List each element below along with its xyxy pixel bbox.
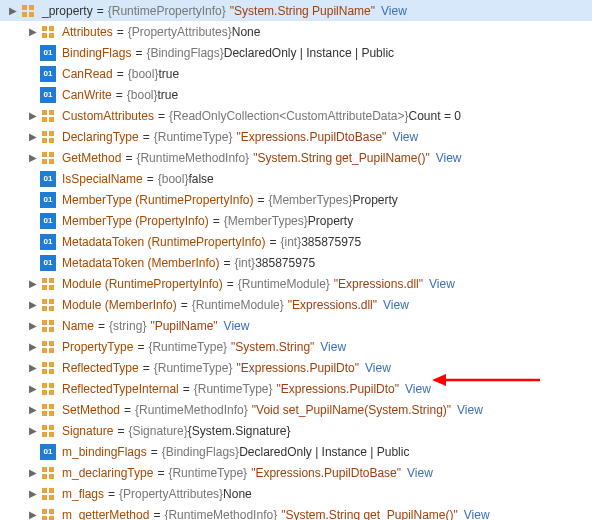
view-link[interactable]: View xyxy=(392,130,418,144)
property-row[interactable]: ▶01MetadataToken (MemberInfo)={int} 3858… xyxy=(0,252,592,273)
property-row[interactable]: ▶01BindingFlags={BindingFlags} DeclaredO… xyxy=(0,42,592,63)
svg-rect-5 xyxy=(49,26,54,31)
property-row[interactable]: ▶01MemberType (RuntimePropertyInfo)={Mem… xyxy=(0,189,592,210)
equals-sign: = xyxy=(269,235,276,249)
property-row[interactable]: ▶01CanWrite={bool} true xyxy=(0,84,592,105)
expand-toggle[interactable]: ▶ xyxy=(26,488,40,499)
svg-rect-11 xyxy=(49,117,54,122)
expand-toggle[interactable]: ▶ xyxy=(26,320,40,331)
property-name: Module (RuntimePropertyInfo) xyxy=(62,277,223,291)
property-name: MemberType (PropertyInfo) xyxy=(62,214,209,228)
svg-rect-59 xyxy=(49,495,54,500)
equals-sign: = xyxy=(124,403,131,417)
equals-sign: = xyxy=(98,319,105,333)
property-row[interactable]: ▶CustomAttributes={ReadOnlyCollection<Cu… xyxy=(0,105,592,126)
property-row[interactable]: ▶Module (MemberInfo)={RuntimeModule}"Exp… xyxy=(0,294,592,315)
root-property-row[interactable]: ▶ _property = {RuntimePropertyInfo} "Sys… xyxy=(0,0,592,21)
property-type: {RuntimeType} xyxy=(154,130,233,144)
property-row[interactable]: ▶Signature={Signature} {System.Signature… xyxy=(0,420,592,441)
svg-rect-9 xyxy=(49,110,54,115)
expand-toggle[interactable]: ▶ xyxy=(26,509,40,520)
property-type: {bool} xyxy=(128,67,159,81)
view-link[interactable]: View xyxy=(436,151,462,165)
group-icon xyxy=(40,24,56,40)
property-type: {MemberTypes} xyxy=(224,214,308,228)
property-value: DeclaredOnly | Instance | Public xyxy=(239,445,409,459)
group-icon xyxy=(40,150,56,166)
expand-toggle[interactable]: ▶ xyxy=(26,362,40,373)
expand-toggle[interactable]: ▶ xyxy=(26,278,40,289)
view-link[interactable]: View xyxy=(365,361,391,375)
svg-rect-14 xyxy=(42,138,47,143)
svg-rect-7 xyxy=(49,33,54,38)
equals-sign: = xyxy=(183,382,190,396)
svg-rect-3 xyxy=(29,12,34,17)
property-row[interactable]: ▶01MemberType (PropertyInfo)={MemberType… xyxy=(0,210,592,231)
property-type: {RuntimeType} xyxy=(148,340,227,354)
svg-rect-48 xyxy=(42,425,47,430)
view-link[interactable]: View xyxy=(320,340,346,354)
svg-rect-29 xyxy=(49,320,54,325)
property-row[interactable]: ▶GetMethod={RuntimeMethodInfo}"System.St… xyxy=(0,147,592,168)
property-row[interactable]: ▶m_flags={PropertyAttributes} None xyxy=(0,483,592,504)
property-value: "System.String get_PupilName()" xyxy=(281,508,458,521)
equals-sign: = xyxy=(158,109,165,123)
property-row[interactable]: ▶01CanRead={bool} true xyxy=(0,63,592,84)
expand-toggle[interactable]: ▶ xyxy=(26,26,40,37)
property-name: MetadataToken (RuntimePropertyInfo) xyxy=(62,235,265,249)
view-link[interactable]: View xyxy=(224,319,250,333)
svg-rect-57 xyxy=(49,488,54,493)
expand-toggle[interactable]: ▶ xyxy=(26,341,40,352)
property-row[interactable]: ▶01IsSpecialName={bool} false xyxy=(0,168,592,189)
expand-toggle[interactable]: ▶ xyxy=(26,383,40,394)
property-row[interactable]: ▶m_declaringType={RuntimeType}"Expressio… xyxy=(0,462,592,483)
svg-rect-23 xyxy=(49,285,54,290)
property-row[interactable]: ▶SetMethod={RuntimeMethodInfo}"Void set_… xyxy=(0,399,592,420)
svg-rect-8 xyxy=(42,110,47,115)
group-icon xyxy=(40,423,56,439)
root-name: _property xyxy=(42,4,93,18)
expand-toggle[interactable]: ▶ xyxy=(26,299,40,310)
property-row[interactable]: ▶01m_bindingFlags={BindingFlags} Declare… xyxy=(0,441,592,462)
property-row[interactable]: ▶Module (RuntimePropertyInfo)={RuntimeMo… xyxy=(0,273,592,294)
view-link[interactable]: View xyxy=(429,277,455,291)
property-row[interactable]: ▶PropertyType={RuntimeType}"System.Strin… xyxy=(0,336,592,357)
property-type: {RuntimeType} xyxy=(168,466,247,480)
property-row[interactable]: ▶DeclaringType={RuntimeType}"Expressions… xyxy=(0,126,592,147)
expand-toggle[interactable]: ▶ xyxy=(26,110,40,121)
property-value: Property xyxy=(308,214,353,228)
property-name: m_flags xyxy=(62,487,104,501)
property-value: None xyxy=(223,487,252,501)
group-icon xyxy=(40,318,56,334)
property-row[interactable]: ▶ReflectedTypeInternal={RuntimeType}"Exp… xyxy=(0,378,592,399)
expand-toggle[interactable]: ▶ xyxy=(6,5,20,16)
property-row[interactable]: ▶ReflectedType={RuntimeType}"Expressions… xyxy=(0,357,592,378)
svg-rect-25 xyxy=(49,299,54,304)
view-link[interactable]: View xyxy=(405,382,431,396)
property-value: "PupilName" xyxy=(150,319,217,333)
svg-rect-49 xyxy=(49,425,54,430)
view-link[interactable]: View xyxy=(457,403,483,417)
property-name: CustomAttributes xyxy=(62,109,154,123)
view-link[interactable]: View xyxy=(407,466,433,480)
svg-rect-51 xyxy=(49,432,54,437)
view-link[interactable]: View xyxy=(383,298,409,312)
property-row[interactable]: ▶Name={string}"PupilName"View xyxy=(0,315,592,336)
equals-sign: = xyxy=(125,151,132,165)
expand-toggle[interactable]: ▶ xyxy=(26,131,40,142)
equals-sign: = xyxy=(227,277,234,291)
view-link[interactable]: View xyxy=(464,508,490,521)
property-value: {System.Signature} xyxy=(188,424,291,438)
expand-toggle[interactable]: ▶ xyxy=(26,425,40,436)
expand-toggle[interactable]: ▶ xyxy=(26,404,40,415)
expand-toggle[interactable]: ▶ xyxy=(26,152,40,163)
svg-rect-60 xyxy=(42,509,47,514)
property-row[interactable]: ▶Attributes={PropertyAttributes} None xyxy=(0,21,592,42)
svg-rect-10 xyxy=(42,117,47,122)
view-link[interactable]: View xyxy=(381,4,407,18)
property-row[interactable]: ▶m_getterMethod={RuntimeMethodInfo}"Syst… xyxy=(0,504,592,520)
expand-toggle[interactable]: ▶ xyxy=(26,467,40,478)
svg-rect-43 xyxy=(49,390,54,395)
property-row[interactable]: ▶01MetadataToken (RuntimePropertyInfo)={… xyxy=(0,231,592,252)
svg-rect-28 xyxy=(42,320,47,325)
